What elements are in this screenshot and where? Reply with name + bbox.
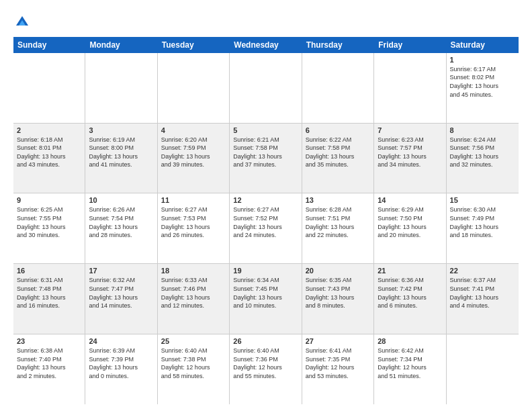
calendar-cell-25: 25Sunrise: 6:40 AM Sunset: 7:38 PM Dayli…	[158, 334, 230, 404]
day-number: 28	[378, 337, 442, 345]
day-info: Sunrise: 6:18 AM Sunset: 8:01 PM Dayligh…	[17, 136, 81, 169]
day-number: 22	[450, 267, 515, 275]
day-info: Sunrise: 6:29 AM Sunset: 7:50 PM Dayligh…	[378, 205, 442, 239]
calendar-cell-empty-0-2	[158, 53, 230, 123]
calendar-cell-26: 26Sunrise: 6:40 AM Sunset: 7:36 PM Dayli…	[230, 334, 302, 404]
calendar-cell-28: 28Sunrise: 6:42 AM Sunset: 7:34 PM Dayli…	[374, 334, 446, 404]
header	[13, 11, 519, 32]
day-number: 26	[233, 337, 298, 345]
calendar-cell-12: 12Sunrise: 6:27 AM Sunset: 7:52 PM Dayli…	[230, 193, 302, 263]
day-info: Sunrise: 6:17 AM Sunset: 8:02 PM Dayligh…	[450, 65, 515, 99]
calendar-cell-empty-0-3	[230, 53, 302, 123]
day-info: Sunrise: 6:37 AM Sunset: 7:41 PM Dayligh…	[450, 276, 515, 310]
day-info: Sunrise: 6:40 AM Sunset: 7:38 PM Dayligh…	[161, 347, 226, 380]
calendar-cell-22: 22Sunrise: 6:37 AM Sunset: 7:41 PM Dayli…	[447, 264, 519, 334]
day-info: Sunrise: 6:25 AM Sunset: 7:55 PM Dayligh…	[17, 205, 81, 239]
calendar-cell-15: 15Sunrise: 6:30 AM Sunset: 7:49 PM Dayli…	[447, 193, 519, 263]
calendar-cell-27: 27Sunrise: 6:41 AM Sunset: 7:35 PM Dayli…	[302, 334, 374, 404]
day-info: Sunrise: 6:24 AM Sunset: 7:56 PM Dayligh…	[450, 136, 515, 169]
day-number: 7	[378, 126, 442, 134]
day-number: 10	[89, 196, 153, 204]
day-number: 24	[89, 337, 153, 345]
day-info: Sunrise: 6:32 AM Sunset: 7:47 PM Dayligh…	[89, 276, 153, 310]
calendar-cell-5: 5Sunrise: 6:21 AM Sunset: 7:58 PM Daylig…	[230, 124, 302, 193]
day-info: Sunrise: 6:19 AM Sunset: 8:00 PM Dayligh…	[89, 136, 153, 169]
day-info: Sunrise: 6:39 AM Sunset: 7:39 PM Dayligh…	[89, 347, 153, 380]
day-number: 9	[17, 196, 81, 204]
weekday-header-sunday: Sunday	[13, 37, 85, 53]
calendar-cell-18: 18Sunrise: 6:33 AM Sunset: 7:46 PM Dayli…	[158, 264, 230, 334]
calendar-row-1: 2Sunrise: 6:18 AM Sunset: 8:01 PM Daylig…	[13, 124, 519, 194]
calendar-body: 1Sunrise: 6:17 AM Sunset: 8:02 PM Daylig…	[13, 53, 519, 404]
day-info: Sunrise: 6:23 AM Sunset: 7:57 PM Dayligh…	[378, 136, 442, 169]
calendar-cell-8: 8Sunrise: 6:24 AM Sunset: 7:56 PM Daylig…	[447, 124, 519, 193]
weekday-header-friday: Friday	[374, 37, 446, 53]
day-info: Sunrise: 6:33 AM Sunset: 7:46 PM Dayligh…	[161, 276, 226, 310]
calendar-cell-17: 17Sunrise: 6:32 AM Sunset: 7:47 PM Dayli…	[85, 264, 157, 334]
weekday-header-saturday: Saturday	[447, 37, 519, 53]
calendar-cell-10: 10Sunrise: 6:26 AM Sunset: 7:54 PM Dayli…	[85, 193, 157, 263]
calendar-cell-empty-4-6	[447, 334, 519, 404]
calendar-cell-11: 11Sunrise: 6:27 AM Sunset: 7:53 PM Dayli…	[158, 193, 230, 263]
calendar-cell-empty-0-4	[302, 53, 374, 123]
calendar-row-3: 16Sunrise: 6:31 AM Sunset: 7:48 PM Dayli…	[13, 264, 519, 334]
calendar-cell-20: 20Sunrise: 6:35 AM Sunset: 7:43 PM Dayli…	[302, 264, 374, 334]
day-info: Sunrise: 6:22 AM Sunset: 7:58 PM Dayligh…	[306, 136, 370, 169]
calendar-cell-21: 21Sunrise: 6:36 AM Sunset: 7:42 PM Dayli…	[374, 264, 446, 334]
day-number: 19	[233, 267, 298, 275]
calendar-row-2: 9Sunrise: 6:25 AM Sunset: 7:55 PM Daylig…	[13, 193, 519, 264]
day-info: Sunrise: 6:38 AM Sunset: 7:40 PM Dayligh…	[17, 347, 81, 380]
day-number: 2	[17, 126, 81, 134]
day-number: 6	[306, 126, 370, 134]
calendar-cell-7: 7Sunrise: 6:23 AM Sunset: 7:57 PM Daylig…	[374, 124, 446, 193]
calendar-cell-23: 23Sunrise: 6:38 AM Sunset: 7:40 PM Dayli…	[13, 334, 85, 404]
calendar-row-0: 1Sunrise: 6:17 AM Sunset: 8:02 PM Daylig…	[13, 53, 519, 124]
day-number: 20	[306, 267, 370, 275]
weekday-header-wednesday: Wednesday	[230, 37, 302, 53]
day-info: Sunrise: 6:27 AM Sunset: 7:53 PM Dayligh…	[161, 205, 226, 239]
day-number: 17	[89, 267, 153, 275]
calendar-cell-3: 3Sunrise: 6:19 AM Sunset: 8:00 PM Daylig…	[85, 124, 157, 193]
logo	[13, 13, 30, 32]
day-info: Sunrise: 6:31 AM Sunset: 7:48 PM Dayligh…	[17, 276, 81, 310]
calendar-cell-19: 19Sunrise: 6:34 AM Sunset: 7:45 PM Dayli…	[230, 264, 302, 334]
day-number: 8	[450, 126, 515, 134]
calendar-cell-9: 9Sunrise: 6:25 AM Sunset: 7:55 PM Daylig…	[13, 193, 85, 263]
day-number: 21	[378, 267, 442, 275]
day-info: Sunrise: 6:28 AM Sunset: 7:51 PM Dayligh…	[306, 205, 370, 239]
calendar-header: SundayMondayTuesdayWednesdayThursdayFrid…	[13, 37, 519, 53]
day-number: 27	[306, 337, 370, 345]
day-number: 14	[378, 196, 442, 204]
day-number: 16	[17, 267, 81, 275]
day-info: Sunrise: 6:34 AM Sunset: 7:45 PM Dayligh…	[233, 276, 298, 310]
day-number: 1	[450, 56, 515, 64]
day-info: Sunrise: 6:20 AM Sunset: 7:59 PM Dayligh…	[161, 136, 226, 169]
day-number: 12	[233, 196, 298, 204]
calendar-cell-24: 24Sunrise: 6:39 AM Sunset: 7:39 PM Dayli…	[85, 334, 157, 404]
calendar-cell-16: 16Sunrise: 6:31 AM Sunset: 7:48 PM Dayli…	[13, 264, 85, 334]
calendar-cell-empty-0-1	[85, 53, 157, 123]
day-info: Sunrise: 6:26 AM Sunset: 7:54 PM Dayligh…	[89, 205, 153, 239]
day-number: 23	[17, 337, 81, 345]
calendar-cell-6: 6Sunrise: 6:22 AM Sunset: 7:58 PM Daylig…	[302, 124, 374, 193]
calendar-cell-empty-0-0	[13, 53, 85, 123]
day-number: 18	[161, 267, 226, 275]
calendar-cell-4: 4Sunrise: 6:20 AM Sunset: 7:59 PM Daylig…	[158, 124, 230, 193]
calendar-cell-1: 1Sunrise: 6:17 AM Sunset: 8:02 PM Daylig…	[447, 53, 519, 123]
calendar-cell-2: 2Sunrise: 6:18 AM Sunset: 8:01 PM Daylig…	[13, 124, 85, 193]
day-info: Sunrise: 6:27 AM Sunset: 7:52 PM Dayligh…	[233, 205, 298, 239]
day-number: 4	[161, 126, 226, 134]
day-info: Sunrise: 6:40 AM Sunset: 7:36 PM Dayligh…	[233, 347, 298, 380]
calendar-cell-14: 14Sunrise: 6:29 AM Sunset: 7:50 PM Dayli…	[374, 193, 446, 263]
day-info: Sunrise: 6:21 AM Sunset: 7:58 PM Dayligh…	[233, 136, 298, 169]
day-info: Sunrise: 6:30 AM Sunset: 7:49 PM Dayligh…	[450, 205, 515, 239]
day-info: Sunrise: 6:41 AM Sunset: 7:35 PM Dayligh…	[306, 347, 370, 380]
day-number: 15	[450, 196, 515, 204]
day-info: Sunrise: 6:42 AM Sunset: 7:34 PM Dayligh…	[378, 347, 442, 380]
calendar: SundayMondayTuesdayWednesdayThursdayFrid…	[13, 37, 519, 404]
day-info: Sunrise: 6:36 AM Sunset: 7:42 PM Dayligh…	[378, 276, 442, 310]
day-number: 25	[161, 337, 226, 345]
day-number: 13	[306, 196, 370, 204]
weekday-header-thursday: Thursday	[302, 37, 374, 53]
weekday-header-tuesday: Tuesday	[158, 37, 230, 53]
